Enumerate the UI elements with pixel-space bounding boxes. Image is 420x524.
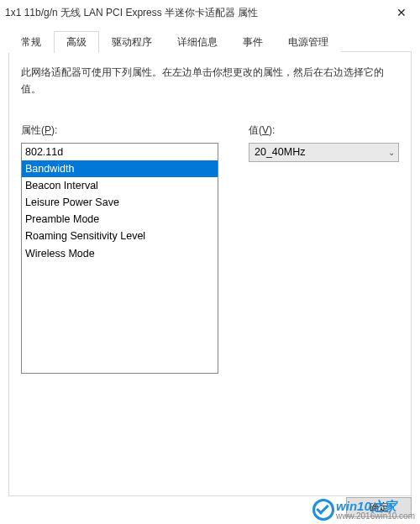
- list-item[interactable]: Wireless Mode: [22, 245, 218, 262]
- value-selected-text: 20_40MHz: [255, 146, 305, 158]
- title-bar: 1x1 11b/g/n 无线 LAN PCI Express 半迷你卡适配器 属…: [0, 0, 420, 25]
- value-combobox[interactable]: 20_40MHz ⌄: [249, 143, 399, 162]
- description-text: 此网络适配器可使用下列属性。在左边单击你想更改的属性，然后在右边选择它的值。: [21, 64, 399, 98]
- tab-pane-advanced: 此网络适配器可使用下列属性。在左边单击你想更改的属性，然后在右边选择它的值。 属…: [8, 51, 412, 496]
- list-item[interactable]: Leisure Power Save: [22, 194, 218, 211]
- tab-driver[interactable]: 驱动程序: [99, 31, 165, 53]
- property-listbox[interactable]: 802.11d Bandwidth Beacon Interval Leisur…: [21, 143, 218, 374]
- property-label: 属性(P):: [21, 123, 218, 138]
- value-label: 值(V):: [249, 123, 399, 138]
- tab-strip: 常规 高级 驱动程序 详细信息 事件 电源管理: [8, 30, 412, 52]
- tab-advanced[interactable]: 高级: [54, 31, 99, 53]
- close-button[interactable]: ✕: [382, 1, 420, 24]
- property-column: 属性(P): 802.11d Bandwidth Beacon Interval…: [21, 123, 218, 374]
- window-title: 1x1 11b/g/n 无线 LAN PCI Express 半迷你卡适配器 属…: [5, 6, 382, 20]
- tab-events[interactable]: 事件: [230, 31, 276, 53]
- dialog-content: 常规 高级 驱动程序 详细信息 事件 电源管理 此网络适配器可使用下列属性。在左…: [0, 25, 420, 524]
- list-item[interactable]: Beacon Interval: [22, 177, 218, 194]
- dialog-button-row: 确定: [346, 497, 412, 517]
- tab-general[interactable]: 常规: [8, 31, 54, 53]
- columns: 属性(P): 802.11d Bandwidth Beacon Interval…: [21, 123, 399, 374]
- list-item[interactable]: Preamble Mode: [22, 211, 218, 228]
- close-icon: ✕: [396, 6, 407, 19]
- ok-button[interactable]: 确定: [346, 497, 412, 517]
- value-column: 值(V): 20_40MHz ⌄: [249, 123, 399, 374]
- tab-power[interactable]: 电源管理: [276, 31, 341, 53]
- chevron-down-icon: ⌄: [388, 148, 395, 157]
- list-item[interactable]: Bandwidth: [22, 160, 218, 177]
- tab-details[interactable]: 详细信息: [165, 31, 230, 53]
- list-item[interactable]: Roaming Sensitivity Level: [22, 228, 218, 244]
- list-item[interactable]: 802.11d: [22, 144, 218, 160]
